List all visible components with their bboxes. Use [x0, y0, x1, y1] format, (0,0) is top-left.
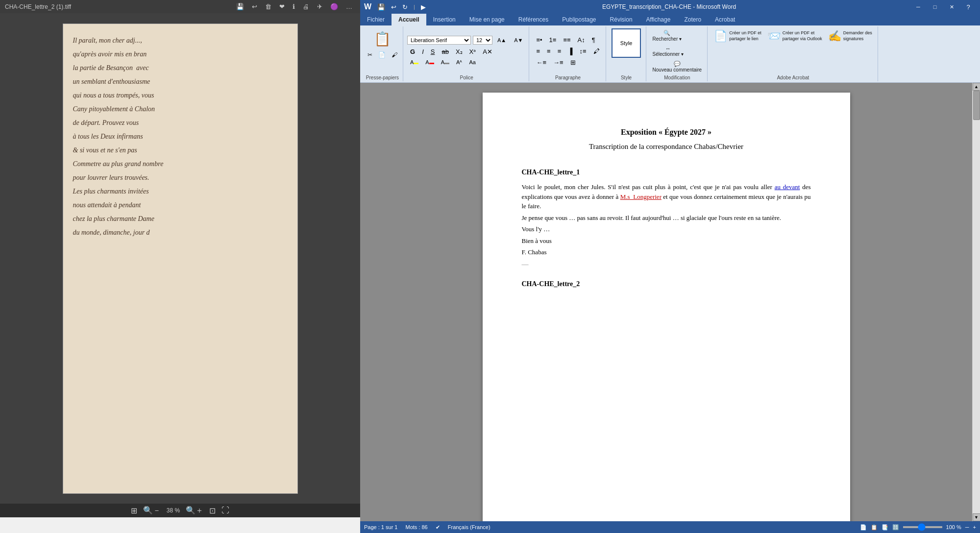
layout-btn-2[interactable]: 📋	[871, 524, 878, 531]
align-right-btn[interactable]: ≡	[555, 46, 564, 56]
zoom-in-btn[interactable]: 🔍＋	[186, 506, 203, 516]
zoom-fit-btn[interactable]: ⊞	[131, 506, 137, 515]
delete-btn[interactable]: 🗑	[262, 2, 274, 11]
group-police: Liberation Serif 12 A▲ A▼ G I S	[404, 26, 529, 81]
align-left-btn[interactable]: ≡	[533, 46, 543, 56]
help-btn[interactable]: ?	[960, 1, 976, 12]
indent-dec-btn[interactable]: ←≡	[533, 57, 549, 68]
tab-insertion[interactable]: Insertion	[426, 14, 463, 25]
document-area[interactable]: Exposition « Égypte 2027 » Transcription…	[360, 83, 972, 521]
align-justify-btn[interactable]: ▐	[565, 46, 575, 56]
info-btn[interactable]: ℹ	[290, 2, 298, 11]
style-selector[interactable]: Style	[612, 28, 641, 58]
sort-btn[interactable]: A↕	[575, 35, 588, 45]
save-btn[interactable]: 💾	[233, 2, 247, 11]
word-page: Exposition « Égypte 2027 » Transcription…	[483, 93, 850, 521]
coller-btn[interactable]: 📋	[369, 28, 395, 49]
layout-btn-3[interactable]: 📑	[882, 524, 888, 531]
scroll-thumb[interactable]	[973, 91, 980, 120]
indent-inc-btn[interactable]: →≡	[550, 57, 566, 68]
font-shade-btn[interactable]: A	[438, 58, 452, 67]
status-right: 📄 📋 📑 🔠 100 % ─ +	[860, 524, 976, 531]
font-family-select[interactable]: Liberation Serif	[407, 36, 471, 45]
font-case-btn[interactable]: Aa	[466, 58, 478, 67]
copier-btn[interactable]: 📄	[376, 50, 388, 59]
group-presse-papiers-btns: 📋 ✂ 📄 🖌	[365, 27, 400, 74]
tab-publipostage[interactable]: Publipostage	[555, 14, 603, 25]
word-undo-btn[interactable]: ↩	[389, 2, 398, 12]
scroll-down-btn[interactable]: ▼	[973, 513, 980, 521]
print-btn[interactable]: 🖨	[300, 2, 312, 11]
create-pdf-outlook-btn[interactable]: 📨 Créer un PDF etpartager via Outlook	[765, 28, 825, 44]
tab-fichier[interactable]: Fichier	[360, 14, 392, 25]
ribbon: Fichier Accueil Insertion Mise en page R…	[360, 14, 980, 83]
layout-btn-1[interactable]: 📄	[860, 524, 867, 531]
bullets-btn[interactable]: ≡•	[533, 35, 545, 45]
subscript-btn[interactable]: X₂	[453, 47, 466, 57]
pinceau-btn[interactable]: 🖌	[389, 50, 400, 59]
line-spacing-btn[interactable]: ↕≡	[576, 46, 589, 56]
view-mode-btn[interactable]: ⊡	[209, 506, 216, 515]
tab-references[interactable]: Références	[512, 14, 555, 25]
align-center-btn[interactable]: ≡	[544, 46, 554, 56]
close-btn[interactable]: ✕	[944, 1, 959, 12]
favorite-btn[interactable]: ❤	[276, 2, 288, 11]
more-btn[interactable]: …	[343, 2, 355, 11]
text-highlight-btn[interactable]: A	[407, 58, 421, 67]
fullscreen-btn[interactable]: ⛶	[221, 506, 229, 515]
scroll-up-btn[interactable]: ▲	[973, 83, 980, 91]
layout-btn-4[interactable]: 🔠	[892, 524, 899, 531]
group-paragraphe: ≡• 1≡ ≡≡ A↕ ¶ ≡ ≡ ≡ ▐ ↕≡ 🖍	[530, 26, 606, 81]
maximize-btn[interactable]: □	[927, 1, 943, 12]
tab-accueil[interactable]: Accueil	[392, 14, 426, 25]
style-btns: Style	[612, 27, 641, 74]
zoom-out-btn[interactable]: 🔍－	[143, 506, 161, 516]
font-size-aa[interactable]: Aᴬ	[453, 58, 465, 67]
word-save-btn[interactable]: 💾	[375, 2, 387, 12]
superscript-btn[interactable]: Xᵃ	[466, 47, 479, 57]
demander-signatures-btn[interactable]: ✍ Demander dessignatures	[826, 28, 875, 44]
increase-font-btn[interactable]: A▲	[494, 36, 509, 45]
image-viewer-panel: CHA-CHE_lettre_2 (1).tiff 💾 ↩ 🗑 ❤ ℹ 🖨 ✈ …	[0, 0, 360, 517]
word-macro-btn[interactable]: ▶	[419, 2, 428, 12]
tab-acrobat[interactable]: Acrobat	[708, 14, 742, 25]
status-left: Page : 1 sur 1 Mots : 86 ✔ Français (Fra…	[364, 524, 490, 531]
word-redo-btn[interactable]: ↻	[400, 2, 410, 12]
numbering-btn[interactable]: 1≡	[546, 35, 560, 45]
undo-btn[interactable]: ↩	[249, 2, 260, 11]
create-pdf-share-btn[interactable]: 📄 Créer un PDF etpartager le lien	[711, 28, 764, 44]
shading-btn[interactable]: 🖍	[590, 46, 603, 56]
share-btn[interactable]: ✈	[314, 2, 325, 11]
italic-btn[interactable]: I	[419, 47, 427, 57]
decrease-font-btn[interactable]: A▼	[511, 36, 526, 45]
bold-btn[interactable]: G	[407, 47, 418, 57]
couper-btn[interactable]: ✂	[365, 50, 375, 59]
zoom-in-btn[interactable]: +	[973, 524, 976, 530]
tab-zotero[interactable]: Zotero	[677, 14, 708, 25]
font-color-btn[interactable]: A	[422, 58, 437, 67]
font-size-select[interactable]: 12	[473, 36, 492, 45]
tab-affichage[interactable]: Affichage	[639, 14, 678, 25]
strikethrough-btn[interactable]: ab	[439, 47, 451, 57]
underline-btn[interactable]: S	[428, 47, 438, 57]
scroll-track[interactable]	[973, 91, 980, 513]
outline-btn[interactable]: ≡≡	[560, 35, 573, 45]
show-marks-btn[interactable]: ¶	[589, 35, 598, 45]
zoom-slider[interactable]	[903, 526, 942, 528]
separator: |	[414, 4, 415, 10]
group-modification: 🔍 Rechercher ▾ ↔ Sélectionner ▾ 💬 Nouvea…	[647, 26, 708, 81]
border-btn[interactable]: ⊞	[567, 57, 579, 68]
tab-mise-en-page[interactable]: Mise en page	[463, 14, 512, 25]
image-content-area: Il paraît, mon cher adj..., qu'après avo…	[0, 13, 360, 504]
clear-format-btn[interactable]: A✕	[480, 47, 495, 57]
group-label-mod: Modification	[664, 74, 690, 80]
commentaire-btn[interactable]: 💬 Nouveau commentaire	[650, 59, 705, 74]
selectionner-btn[interactable]: ↔ Sélectionner ▾	[650, 44, 686, 58]
select-icon: ↔	[665, 46, 671, 51]
rechercher-btn[interactable]: 🔍 Rechercher ▾	[650, 28, 684, 43]
tab-revision[interactable]: Révision	[603, 14, 639, 25]
zoom-out-btn[interactable]: ─	[965, 524, 969, 530]
pdf-icon-2: 📨	[767, 30, 781, 43]
minimize-btn[interactable]: ─	[910, 1, 926, 12]
color-btn[interactable]: 🟣	[327, 2, 341, 11]
